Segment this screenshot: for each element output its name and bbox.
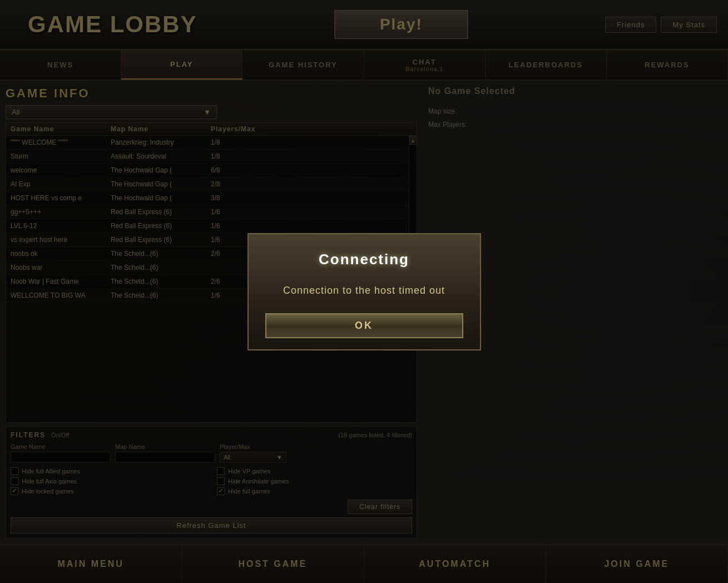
- modal-message: Connection to the host timed out: [265, 285, 463, 297]
- connecting-modal: Connecting Connection to the host timed …: [247, 233, 481, 350]
- modal-ok-button[interactable]: OK: [265, 313, 463, 338]
- modal-overlay: Connecting Connection to the host timed …: [0, 0, 728, 583]
- modal-title: Connecting: [265, 251, 463, 268]
